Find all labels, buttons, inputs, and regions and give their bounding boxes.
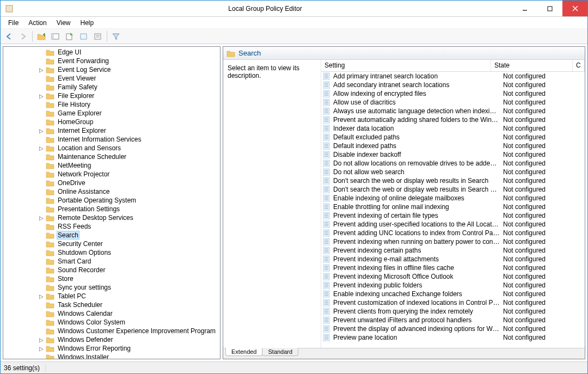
- filter-button[interactable]: [109, 30, 122, 42]
- setting-row[interactable]: Do not allow web searchNot configured: [321, 168, 585, 176]
- column-setting[interactable]: Setting: [321, 60, 491, 71]
- tree-item[interactable]: ▷Internet Information Services: [3, 135, 220, 144]
- setting-row[interactable]: Prevent indexing certain pathsNot config…: [321, 246, 585, 255]
- tab-standard[interactable]: Standard: [262, 348, 298, 356]
- tree-item[interactable]: ▷OneDrive: [3, 179, 220, 187]
- tree-expander-icon[interactable]: ▷: [38, 67, 45, 73]
- setting-row[interactable]: Enable indexing uncached Exchange folder…: [321, 290, 585, 298]
- setting-row[interactable]: Allow use of diacriticsNot configured: [321, 98, 585, 107]
- tree-item[interactable]: ▷Presentation Settings: [3, 205, 220, 213]
- tree-item[interactable]: ▷Security Center: [3, 240, 220, 248]
- tree-item[interactable]: ▷Internet Explorer: [3, 126, 220, 135]
- tree-expander-icon[interactable]: ▷: [38, 337, 45, 343]
- tree-expander-icon[interactable]: ▷: [38, 93, 45, 99]
- settings-list[interactable]: Add primary intranet search locationNot …: [321, 72, 585, 348]
- setting-name: Prevent indexing public folders: [333, 281, 503, 289]
- setting-row[interactable]: Don't search the web or display web resu…: [321, 176, 585, 185]
- setting-row[interactable]: Preview pane locationNot configured: [321, 333, 585, 342]
- tree-item[interactable]: ▷Online Assistance: [3, 187, 220, 196]
- tree-item[interactable]: ▷Windows Calendar: [3, 309, 220, 318]
- tree-item[interactable]: ▷Remote Desktop Services: [3, 213, 220, 222]
- tree-item[interactable]: ▷Event Log Service: [3, 65, 220, 74]
- setting-row[interactable]: Always use automatic language detection …: [321, 107, 585, 115]
- tree-scroll[interactable]: ▷Edge UI▷Event Forwarding▷Event Log Serv…: [3, 47, 220, 359]
- tree-item[interactable]: ▷Game Explorer: [3, 109, 220, 118]
- setting-row[interactable]: Disable indexer backoffNot configured: [321, 150, 585, 159]
- show-hide-tree-button[interactable]: [49, 30, 62, 42]
- setting-row[interactable]: Prevent unwanted iFilters and protocol h…: [321, 316, 585, 324]
- tree-item[interactable]: ▷Windows Color System: [3, 318, 220, 327]
- tree-item[interactable]: ▷Event Viewer: [3, 74, 220, 83]
- export-button[interactable]: [63, 30, 76, 42]
- setting-state: Not configured: [503, 264, 585, 272]
- tree-item[interactable]: ▷Windows Error Reporting: [3, 344, 220, 353]
- menu-view[interactable]: View: [52, 18, 75, 28]
- tree-item[interactable]: ▷Event Forwarding: [3, 57, 220, 65]
- tree-item[interactable]: ▷File Explorer: [3, 91, 220, 100]
- tree-item[interactable]: ▷Location and Sensors: [3, 144, 220, 152]
- tree-item[interactable]: ▷Maintenance Scheduler: [3, 152, 220, 161]
- tree-item[interactable]: ▷Sync your settings: [3, 283, 220, 292]
- setting-row[interactable]: Prevent indexing files in offline files …: [321, 263, 585, 272]
- tree-item[interactable]: ▷Store: [3, 274, 220, 283]
- maximize-button[interactable]: [537, 1, 562, 16]
- tree-item[interactable]: ▷Task Scheduler: [3, 301, 220, 309]
- tree-expander-icon[interactable]: ▷: [38, 145, 45, 151]
- up-button[interactable]: [35, 30, 48, 42]
- column-comment[interactable]: C: [573, 60, 585, 71]
- tree-item[interactable]: ▷Search: [3, 231, 220, 240]
- setting-row[interactable]: Indexer data locationNot configured: [321, 124, 585, 133]
- tree-item[interactable]: ▷Network Projector: [3, 170, 220, 179]
- setting-name: Disable indexer backoff: [333, 151, 503, 158]
- setting-row[interactable]: Prevent indexing when running on battery…: [321, 237, 585, 246]
- setting-row[interactable]: Prevent the display of advanced indexing…: [321, 324, 585, 333]
- setting-row[interactable]: Default indexed pathsNot configured: [321, 142, 585, 150]
- tree-expander-icon[interactable]: ▷: [38, 215, 45, 221]
- tree-item[interactable]: ▷Windows Defender: [3, 335, 220, 344]
- tree-item[interactable]: ▷Family Safety: [3, 83, 220, 91]
- tree-item[interactable]: ▷Windows Installer: [3, 353, 220, 359]
- setting-row[interactable]: Add secondary intranet search locationsN…: [321, 81, 585, 89]
- close-button[interactable]: [562, 1, 587, 16]
- setting-row[interactable]: Enable indexing of online delegate mailb…: [321, 194, 585, 203]
- setting-row[interactable]: Do not allow locations on removable driv…: [321, 159, 585, 168]
- tree-item[interactable]: ▷Windows Customer Experience Improvement…: [3, 327, 220, 335]
- tree-item[interactable]: ▷Tablet PC: [3, 292, 220, 301]
- tree-item[interactable]: ▷RSS Feeds: [3, 222, 220, 231]
- tree-item[interactable]: ▷File History: [3, 100, 220, 109]
- tree-item[interactable]: ▷Smart Card: [3, 257, 220, 266]
- setting-row[interactable]: Prevent adding UNC locations to index fr…: [321, 229, 585, 237]
- properties-button[interactable]: [91, 30, 105, 42]
- forward-button[interactable]: [17, 30, 30, 42]
- refresh-button[interactable]: [77, 30, 90, 42]
- setting-row[interactable]: Default excluded pathsNot configured: [321, 133, 585, 142]
- minimize-button[interactable]: [512, 1, 537, 16]
- setting-row[interactable]: Prevent clients from querying the index …: [321, 307, 585, 316]
- setting-row[interactable]: Don't search the web or display web resu…: [321, 185, 585, 194]
- tree-item[interactable]: ▷Portable Operating System: [3, 196, 220, 205]
- setting-row[interactable]: Prevent customization of indexed locatio…: [321, 298, 585, 307]
- setting-row[interactable]: Allow indexing of encrypted filesNot con…: [321, 89, 585, 98]
- setting-row[interactable]: Prevent adding user-specified locations …: [321, 220, 585, 229]
- setting-row[interactable]: Prevent indexing Microsoft Office Outloo…: [321, 272, 585, 281]
- menu-file[interactable]: File: [4, 18, 23, 28]
- tree-item[interactable]: ▷Shutdown Options: [3, 248, 220, 257]
- tree-expander-icon[interactable]: ▷: [38, 128, 45, 134]
- tree-expander-icon[interactable]: ▷: [38, 293, 45, 299]
- tree-item[interactable]: ▷Sound Recorder: [3, 266, 220, 274]
- back-button[interactable]: [3, 30, 16, 42]
- tree-expander-icon[interactable]: ▷: [38, 346, 45, 352]
- setting-row[interactable]: Add primary intranet search locationNot …: [321, 72, 585, 81]
- menu-help[interactable]: Help: [76, 18, 99, 28]
- setting-row[interactable]: Prevent indexing of certain file typesNo…: [321, 211, 585, 220]
- tree-item[interactable]: ▷Edge UI: [3, 48, 220, 57]
- setting-row[interactable]: Prevent indexing public foldersNot confi…: [321, 281, 585, 290]
- tree-item[interactable]: ▷NetMeeting: [3, 161, 220, 170]
- menu-action[interactable]: Action: [24, 18, 51, 28]
- setting-row[interactable]: Prevent indexing e-mail attachmentsNot c…: [321, 255, 585, 263]
- column-state[interactable]: State: [491, 60, 573, 71]
- setting-row[interactable]: Prevent automatically adding shared fold…: [321, 115, 585, 124]
- tab-extended[interactable]: Extended: [225, 348, 262, 356]
- setting-row[interactable]: Enable throttling for online mail indexi…: [321, 203, 585, 211]
- tree-item[interactable]: ▷HomeGroup: [3, 118, 220, 126]
